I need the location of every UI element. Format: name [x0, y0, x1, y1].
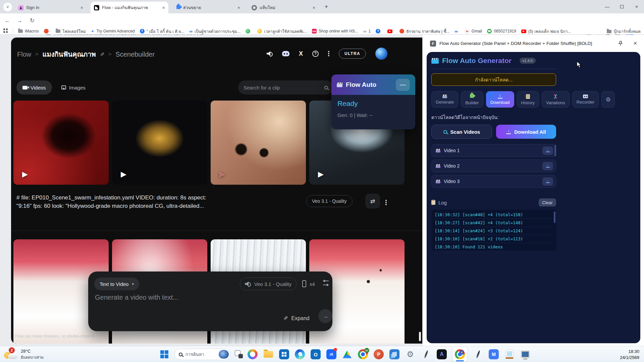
close-panel-icon[interactable]: ×: [633, 40, 637, 47]
chrome-profile-icon[interactable]: SJ: [358, 349, 368, 359]
file-explorer-icon[interactable]: [263, 349, 273, 359]
video-list-item[interactable]: Video 1: [431, 144, 556, 157]
tab-recorder[interactable]: Recorder: [572, 91, 599, 108]
sound-icon[interactable]: [267, 51, 273, 56]
bookmark-gmail[interactable]: MGmail: [465, 29, 482, 34]
tab-new[interactable]: แท็บใหม่ ×: [248, 2, 319, 13]
ai-app-icon[interactable]: [437, 349, 447, 359]
play-icon[interactable]: ▶: [219, 170, 225, 179]
reload-icon[interactable]: ↻: [28, 16, 37, 25]
play-icon[interactable]: ▶: [22, 170, 28, 179]
windows-app-icon[interactable]: [389, 349, 399, 359]
model-selector[interactable]: Veo 3.1 - Quality: [240, 278, 297, 290]
submit-button[interactable]: →: [318, 309, 332, 323]
start-button[interactable]: [160, 350, 168, 358]
list-scrollbar-thumb[interactable]: [554, 145, 556, 156]
plan-badge[interactable]: ULTRA: [339, 49, 366, 59]
tab-builder[interactable]: Builder: [461, 91, 483, 108]
close-window-button[interactable]: ×: [629, 0, 644, 13]
download-video-button[interactable]: [542, 146, 553, 155]
task-view-button[interactable]: [235, 350, 243, 358]
bookmark-gemini[interactable]: ✦Try Gemini Advanced: [91, 29, 135, 34]
popup-header[interactable]: Flow Auto —: [331, 74, 415, 95]
microsoft-store-icon[interactable]: [279, 349, 289, 359]
video-list-item[interactable]: Video 3: [431, 175, 556, 188]
edge-icon[interactable]: [295, 349, 305, 359]
tab-close-icon[interactable]: ×: [162, 5, 165, 10]
minimize-button[interactable]: —: [600, 0, 614, 13]
x-logo-icon[interactable]: X: [299, 50, 303, 57]
flow-menu-icon[interactable]: [328, 53, 329, 54]
tab-download[interactable]: Download: [486, 91, 514, 108]
play-icon[interactable]: ▶: [318, 170, 324, 179]
download-video-button[interactable]: [542, 162, 553, 170]
scan-videos-button[interactable]: Scan Videos: [431, 125, 492, 139]
video-thumbnail[interactable]: ▶: [13, 101, 109, 185]
bookmark-facebook[interactable]: f: [376, 29, 382, 34]
new-tab-button[interactable]: +: [323, 3, 330, 11]
bookmark-bicycle[interactable]: จักรยาน ราคาพิเศษ | ซื้...: [399, 28, 449, 35]
flow-auto-popup[interactable]: Flow Auto — Ready Gen: 0 | Wait: --: [331, 74, 415, 129]
tab-history[interactable]: History: [517, 91, 539, 108]
quill-app-icon[interactable]: [421, 349, 431, 359]
search-highlight-image[interactable]: [219, 350, 229, 359]
notepad-icon[interactable]: [504, 349, 515, 359]
tab-flow[interactable]: Flow - แมงกินฟันคุณภาพ ×: [91, 2, 168, 13]
tab-variations[interactable]: Variations: [542, 91, 570, 108]
maximize-button[interactable]: [614, 0, 629, 13]
play-icon[interactable]: ▶: [121, 170, 126, 179]
powerpoint-icon[interactable]: [374, 349, 384, 359]
breadcrumb-project[interactable]: แมงกินฟันคุณภาพ: [43, 49, 96, 60]
tab-close-icon[interactable]: ×: [237, 5, 240, 10]
bookmark-meta[interactable]: ∞เป็นผู้ชายด้วยการประชุม...: [190, 28, 241, 35]
pin-icon[interactable]: [618, 41, 623, 46]
outlook-icon[interactable]: [311, 349, 321, 359]
breadcrumb-flow[interactable]: Flow: [17, 51, 31, 58]
tab-images[interactable]: Images: [55, 80, 92, 95]
reuse-prompt-icon[interactable]: ⇄: [365, 194, 380, 208]
apps-grid-icon[interactable]: [3, 28, 8, 33]
bookmark-meta-2[interactable]: ∞: [455, 29, 460, 34]
expand-button[interactable]: ✎ Expand: [283, 315, 310, 321]
settings-sliders-icon[interactable]: [323, 281, 329, 285]
tab-close-icon[interactable]: ×: [313, 5, 315, 10]
aspect-ratio-icon[interactable]: [302, 280, 306, 287]
page-scrollbar-thumb[interactable]: [419, 332, 421, 341]
imacros-app-icon[interactable]: [326, 349, 336, 359]
video-thumbnail[interactable]: ▶: [112, 101, 207, 185]
search-icon[interactable]: [324, 86, 328, 89]
bookmark-shopee[interactable]: [44, 29, 51, 34]
caption-menu-icon[interactable]: [385, 198, 387, 204]
account-avatar[interactable]: [375, 48, 387, 60]
my-computer-icon[interactable]: [520, 349, 530, 359]
all-bookmarks-button[interactable]: บุ๊กมาร์กทั้งหมด: [604, 28, 641, 35]
output-count[interactable]: x4: [310, 281, 315, 287]
blue-m-app-icon[interactable]: [489, 349, 499, 359]
popup-minimize-button[interactable]: —: [396, 79, 410, 91]
weather-widget[interactable]: 2 28°C มีแดดบางส่วน: [3, 348, 44, 361]
chrome-active-icon[interactable]: ⚡: [452, 347, 467, 362]
bookmark-globe[interactable]: [246, 29, 252, 34]
tab-extensions[interactable]: ส่วนขยาย ×: [173, 2, 244, 13]
mode-selector[interactable]: Text to Video ▾: [94, 278, 139, 290]
clip-search-input[interactable]: Search for a clip: [238, 80, 333, 95]
taskbar-search[interactable]: การค้นหา: [174, 349, 231, 360]
back-icon[interactable]: ←: [3, 16, 12, 25]
bookmark-youtube[interactable]: ▶: [387, 29, 394, 33]
edit-project-name-icon[interactable]: ✎: [100, 51, 104, 58]
tab-generate[interactable]: Generate: [431, 91, 458, 108]
quill-app-icon-2[interactable]: [473, 349, 483, 359]
prompt-input[interactable]: Generate a video with text...: [95, 294, 178, 301]
clear-log-button[interactable]: Clear: [539, 198, 556, 206]
tab-search-chevron-icon[interactable]: v: [3, 3, 12, 11]
copilot-icon[interactable]: [248, 349, 258, 359]
bookmark-facebook-post[interactable]: f" เมื่อ โ ลกี้ ต้น เ ติ ย...: [140, 28, 184, 35]
breadcrumb-scenebuilder[interactable]: Scenebuilder: [115, 51, 155, 58]
model-badge[interactable]: Veo 3.1 - Quality: [306, 195, 353, 207]
bookmark-imacros[interactable]: iMacros: [18, 29, 39, 34]
bookmark-meta-1[interactable]: ∞1: [363, 29, 371, 34]
tab-videos[interactable]: Videos: [16, 80, 52, 95]
bookmark-phone[interactable]: ☎0850271919: [487, 29, 516, 34]
tab-close-icon[interactable]: ×: [80, 5, 83, 10]
video-thumbnail[interactable]: ▶: [211, 101, 306, 185]
